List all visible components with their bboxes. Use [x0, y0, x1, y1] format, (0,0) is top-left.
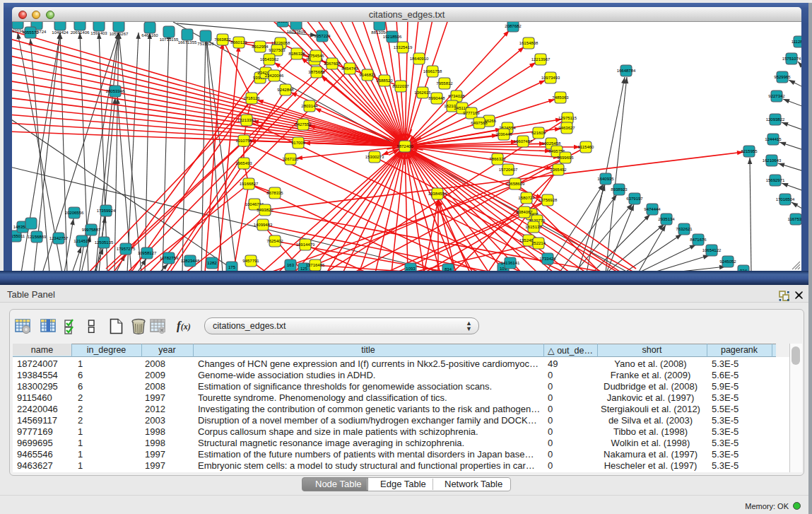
svg-text:8186328: 8186328	[288, 52, 305, 56]
svg-text:9474444: 9474444	[644, 207, 661, 211]
svg-text:1965493: 1965493	[235, 161, 252, 165]
svg-text:14136141: 14136141	[501, 261, 520, 265]
svg-text:7955812: 7955812	[436, 81, 453, 86]
svg-text:1733426: 1733426	[539, 257, 556, 261]
svg-text:1282: 1282	[207, 261, 217, 265]
svg-text:10543362: 10543362	[260, 57, 279, 62]
svg-text:1580724: 1580724	[518, 196, 535, 200]
svg-text:17957275: 17957275	[117, 247, 136, 251]
svg-text:252214: 252214	[531, 241, 546, 245]
svg-text:8660123: 8660123	[230, 40, 247, 45]
svg-text:39155011: 39155011	[12, 234, 25, 238]
svg-text:13325419: 13325419	[394, 45, 413, 49]
svg-text:10782759: 10782759	[160, 256, 179, 260]
svg-text:10958127: 10958127	[138, 251, 157, 255]
svg-text:10658609: 10658609	[506, 182, 525, 186]
svg-text:7663822: 7663822	[214, 37, 231, 42]
svg-text:16033809: 16033809	[287, 30, 306, 34]
svg-text:7866322: 7866322	[489, 157, 506, 161]
svg-text:12156869: 12156869	[28, 235, 47, 239]
svg-text:9463627: 9463627	[558, 126, 575, 130]
svg-text:9146821: 9146821	[359, 73, 376, 77]
svg-text:1365492: 1365492	[550, 168, 567, 172]
svg-text:2935134: 2935134	[658, 217, 675, 221]
svg-text:1244415: 1244415	[765, 137, 782, 141]
svg-text:9245052: 9245052	[719, 259, 736, 264]
svg-text:7632621: 7632621	[676, 227, 693, 231]
svg-text:917006: 917006	[291, 141, 306, 145]
svg-text:1588520: 1588520	[376, 78, 393, 83]
svg-text:16671355: 16671355	[178, 40, 197, 45]
svg-text:6466160: 6466160	[141, 33, 158, 37]
svg-text:9242848: 9242848	[277, 88, 294, 92]
svg-text:1010755: 1010755	[235, 139, 252, 143]
svg-text:99975887: 99975887	[82, 228, 101, 232]
svg-text:8471676: 8471676	[690, 238, 707, 242]
svg-text:15751074: 15751074	[782, 57, 801, 61]
svg-text:10607487: 10607487	[514, 139, 533, 144]
svg-text:9327503: 9327503	[269, 48, 286, 52]
svg-text:2803144: 2803144	[301, 104, 318, 108]
svg-text:3267110: 3267110	[283, 157, 300, 161]
svg-text:7485063: 7485063	[552, 95, 569, 100]
svg-text:8322037: 8322037	[392, 84, 409, 88]
svg-text:8678335: 8678335	[266, 191, 283, 195]
svg-text:17359924: 17359924	[97, 209, 116, 213]
svg-text:1040424: 1040424	[52, 30, 69, 35]
svg-text:9357224: 9357224	[314, 34, 331, 38]
svg-text:1362615: 1362615	[414, 90, 431, 95]
svg-text:6379197: 6379197	[626, 197, 643, 201]
svg-text:19384554: 19384554	[428, 192, 447, 196]
svg-text:15692971: 15692971	[766, 178, 785, 182]
svg-text:16210643: 16210643	[763, 158, 782, 163]
svg-text:16961758: 16961758	[423, 69, 442, 74]
svg-text:2754546: 2754546	[307, 54, 324, 58]
svg-text:9457791: 9457791	[242, 259, 259, 263]
svg-text:9227342: 9227342	[768, 94, 785, 98]
svg-text:12975115: 12975115	[558, 116, 577, 120]
svg-text:12093822: 12093822	[766, 117, 785, 122]
svg-text:10025458: 10025458	[542, 141, 561, 146]
svg-text:1640935: 1640935	[597, 177, 614, 181]
svg-text:15300273: 15300273	[365, 155, 384, 159]
svg-text:9777169: 9777169	[463, 111, 480, 115]
svg-text:12505135: 12505135	[95, 240, 114, 245]
svg-text:16648784: 16648784	[617, 69, 636, 73]
svg-text:10654122: 10654122	[702, 248, 722, 252]
svg-text:10756928: 10756928	[539, 198, 558, 202]
svg-text:1112840: 1112840	[792, 40, 801, 44]
svg-text:9384067: 9384067	[516, 210, 533, 214]
svg-text:20206556: 20206556	[65, 211, 84, 215]
svg-text:8990448: 8990448	[428, 96, 445, 100]
svg-text:15720407: 15720407	[499, 168, 518, 172]
svg-text:1615132: 1615132	[525, 225, 542, 229]
svg-text:3875685: 3875685	[308, 70, 325, 74]
svg-text:19218506: 19218506	[383, 35, 402, 39]
svg-text:2718126: 2718126	[243, 96, 260, 100]
svg-text:16914479: 16914479	[296, 243, 315, 247]
svg-text:12342757: 12342757	[49, 236, 69, 240]
svg-text:16154808: 16154808	[519, 41, 539, 45]
svg-text:8427552: 8427552	[295, 122, 312, 127]
svg-text:6497568: 6497568	[471, 121, 488, 125]
svg-text:1591403: 1591403	[90, 31, 107, 35]
svg-text:20691406: 20691406	[71, 30, 90, 35]
svg-text:621609: 621609	[531, 131, 546, 135]
svg-text:13716485: 13716485	[306, 263, 325, 267]
svg-text:175: 175	[228, 265, 236, 269]
svg-text:1872400: 1872400	[396, 144, 413, 148]
svg-text:9529965: 9529965	[774, 75, 791, 79]
svg-text:17016504: 17016504	[776, 197, 795, 201]
svg-text:5493822: 5493822	[257, 208, 273, 212]
svg-text:7625402: 7625402	[266, 239, 283, 243]
svg-text:8215955: 8215955	[741, 149, 758, 153]
svg-text:10719155: 10719155	[160, 37, 179, 42]
svg-text:2367608: 2367608	[324, 62, 341, 66]
svg-text:9115460: 9115460	[578, 145, 595, 149]
svg-text:10973493: 10973493	[541, 76, 560, 80]
svg-text:14099483: 14099483	[254, 223, 273, 227]
svg-text:28053346: 28053346	[106, 89, 125, 93]
svg-text:23420046: 23420046	[265, 74, 284, 78]
svg-text:1603: 1603	[278, 22, 288, 23]
svg-text:10553267: 10553267	[110, 32, 129, 36]
